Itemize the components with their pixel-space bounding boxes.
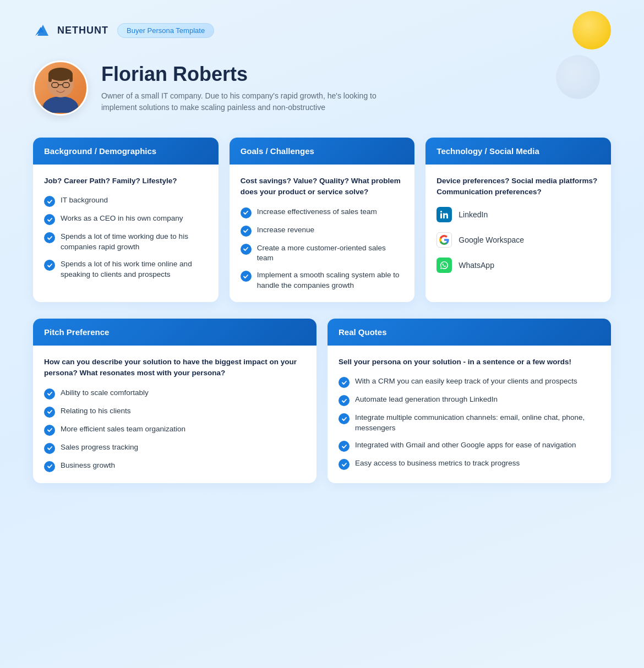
list-item: Integrated with Gmail and other Google a…	[339, 440, 600, 452]
list-item: IT background	[44, 195, 208, 207]
nethunt-logo-icon	[33, 20, 53, 40]
technology-question: Device preferences? Social media platfor…	[436, 176, 600, 198]
linkedin-label: LinkedIn	[459, 210, 488, 219]
goals-question: Cost savings? Value? Quality? What probl…	[241, 176, 404, 198]
check-icon	[241, 226, 252, 237]
google-icon	[436, 232, 452, 248]
pitch-card: Pitch Preference How can you describe yo…	[33, 319, 316, 483]
check-icon	[44, 260, 55, 271]
social-list: LinkedIn Google Workspace	[436, 207, 600, 273]
goals-list: Increase effectiveness of sales team Inc…	[241, 207, 404, 292]
goals-card-header: Goals / Challenges	[230, 138, 415, 165]
svg-point-5	[48, 68, 73, 81]
pitch-question: How can you describe your solution to ha…	[44, 357, 305, 379]
list-item: Business growth	[44, 461, 305, 472]
list-item: Integrate multiple communication channel…	[339, 413, 600, 434]
linkedin-item: LinkedIn	[436, 207, 600, 222]
check-icon	[339, 413, 350, 424]
list-item: More efficient sales team organization	[44, 424, 305, 436]
list-item: Sales progress tracking	[44, 442, 305, 454]
svg-point-12	[440, 211, 442, 212]
check-icon	[44, 388, 55, 399]
background-card-header: Background / Demographics	[33, 138, 219, 165]
check-icon	[241, 207, 252, 218]
list-item: Spends a lot of his work time online and…	[44, 259, 208, 280]
google-label: Google Workspace	[459, 236, 524, 244]
top-cards-grid: Background / Demographics Job? Career Pa…	[0, 132, 644, 313]
header-decor	[572, 11, 611, 50]
check-icon	[339, 377, 350, 388]
hero-info: Florian Roberts Owner of a small IT comp…	[101, 63, 410, 113]
check-icon	[44, 214, 55, 225]
pitch-card-body: How can you describe your solution to ha…	[33, 346, 316, 483]
check-icon	[339, 441, 350, 452]
whatsapp-label: WhatsApp	[459, 261, 494, 270]
pitch-card-header: Pitch Preference	[33, 319, 316, 346]
bottom-cards-grid: Pitch Preference How can you describe yo…	[0, 313, 644, 505]
check-icon	[44, 407, 55, 418]
google-item: Google Workspace	[436, 232, 600, 248]
logo: NetHunt	[33, 20, 108, 40]
whatsapp-item: WhatsApp	[436, 258, 600, 273]
check-icon	[241, 271, 252, 282]
check-icon	[241, 244, 252, 255]
hero-circle-decor	[556, 55, 600, 99]
list-item: With a CRM you can easily keep track of …	[339, 376, 600, 388]
list-item: Increase revenue	[241, 225, 404, 237]
yellow-circle-decor	[572, 11, 611, 50]
header: NetHunt Buyer Persona Template	[0, 0, 644, 55]
list-item: Automate lead generation through LinkedI…	[339, 395, 600, 406]
quotes-card-header: Real Quotes	[328, 319, 611, 346]
svg-point-3	[43, 96, 78, 113]
check-icon	[44, 461, 55, 472]
check-icon	[339, 395, 350, 406]
goals-card: Goals / Challenges Cost savings? Value? …	[230, 138, 415, 302]
background-question: Job? Career Path? Family? Lifestyle?	[44, 176, 208, 187]
list-item: Easy access to business metrics to track…	[339, 458, 600, 470]
list-item: Increase effectiveness of sales team	[241, 207, 404, 218]
avatar	[33, 61, 88, 116]
badge: Buyer Persona Template	[117, 23, 214, 38]
list-item: Relating to his clients	[44, 406, 305, 418]
linkedin-icon	[436, 207, 452, 222]
technology-card: Technology / Social Media Device prefere…	[425, 138, 611, 302]
goals-card-body: Cost savings? Value? Quality? What probl…	[230, 165, 415, 302]
technology-card-body: Device preferences? Social media platfor…	[425, 165, 611, 284]
persona-name: Florian Roberts	[101, 63, 410, 86]
quotes-question: Sell your persona on your solution - in …	[339, 357, 600, 368]
svg-rect-6	[48, 74, 52, 82]
list-item: Ability to scale comfortably	[44, 388, 305, 399]
background-list: IT background Works as a CEO in his own …	[44, 195, 208, 280]
check-icon	[339, 459, 350, 470]
quotes-card: Real Quotes Sell your persona on your so…	[328, 319, 611, 483]
svg-rect-7	[69, 74, 73, 82]
list-item: Create a more customer-oriented sales te…	[241, 243, 404, 264]
list-item: Spends a lot of time working due to his …	[44, 232, 208, 253]
technology-card-header: Technology / Social Media	[425, 138, 611, 165]
background-card-body: Job? Career Path? Family? Lifestyle? IT …	[33, 165, 219, 291]
check-icon	[44, 425, 55, 436]
check-icon	[44, 443, 55, 454]
check-icon	[44, 232, 55, 243]
hero-section: Florian Roberts Owner of a small IT comp…	[0, 55, 644, 132]
persona-description: Owner of a small IT company. Due to his …	[101, 90, 410, 113]
check-icon	[44, 196, 55, 207]
pitch-list: Ability to scale comfortably Relating to…	[44, 388, 305, 472]
whatsapp-icon	[436, 258, 452, 273]
logo-text: NetHunt	[57, 25, 108, 36]
svg-rect-11	[440, 213, 442, 218]
list-item: Implement a smooth scaling system able t…	[241, 270, 404, 291]
background-card: Background / Demographics Job? Career Pa…	[33, 138, 219, 302]
quotes-card-body: Sell your persona on your solution - in …	[328, 346, 611, 481]
quotes-list: With a CRM you can easily keep track of …	[339, 376, 600, 470]
list-item: Works as a CEO in his own company	[44, 213, 208, 225]
